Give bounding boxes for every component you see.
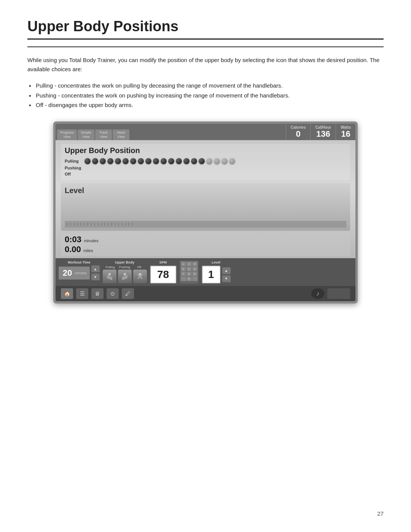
svg-point-3: [108, 273, 111, 275]
watts-stat: Watts 16: [336, 124, 355, 140]
home-button[interactable]: 🏠: [61, 288, 73, 299]
tick: [112, 223, 112, 226]
workout-time-value: 20: [62, 268, 73, 278]
ub-icon-buttons: [103, 270, 147, 283]
dot: [123, 158, 129, 164]
level-up[interactable]: [222, 267, 231, 274]
ub-pushing-sublabel: Pushing: [118, 265, 132, 269]
media-button[interactable]: ⊙: [107, 288, 119, 299]
key-blank-left: [181, 276, 186, 281]
tab-simple-view[interactable]: SimpleView: [78, 129, 94, 140]
dot: [176, 158, 182, 164]
bottom-controls: Workout Time 20 minutes Upper Body Pull: [56, 258, 355, 286]
tab-progress-view[interactable]: ProgressView: [57, 129, 77, 140]
key-9[interactable]: 9: [192, 272, 198, 276]
tick: [94, 223, 95, 226]
key-5[interactable]: 5: [186, 267, 192, 271]
ubp-pulling-label: Pulling: [65, 159, 84, 163]
dot: [92, 158, 98, 164]
dot: [84, 158, 91, 164]
tabs-area: ProgressView SimpleView TrackView HeartV…: [56, 124, 286, 140]
tick: [105, 223, 105, 226]
ub-pushing-button[interactable]: [118, 270, 132, 283]
nav-icons-left: 🏠 ☰ 🖥 ⊙ 🖊: [61, 288, 134, 299]
key-0[interactable]: 0: [186, 276, 192, 281]
key-6[interactable]: 6: [192, 267, 198, 271]
level-down[interactable]: [222, 275, 231, 282]
page-title: Upper Body Positions: [27, 18, 384, 40]
upper-body-position-section: Upper Body Position Pulling: [61, 144, 350, 180]
ub-off-button[interactable]: [133, 270, 147, 283]
dot: [145, 158, 151, 164]
pushing-icon: [121, 272, 129, 281]
tick: [84, 223, 84, 226]
workout-time-inner: 20 minutes: [59, 265, 100, 280]
workout-time-arrows: [91, 265, 100, 280]
bullet-pulling: Pulling - concentrates the work on pulli…: [27, 81, 384, 91]
music-button[interactable]: ♪: [311, 288, 324, 299]
workout-time-up[interactable]: [91, 265, 100, 272]
tick: [118, 223, 119, 226]
tick: [98, 223, 98, 226]
tab-heart-view[interactable]: HeartView: [113, 129, 129, 140]
spm-control: SPM 78: [150, 260, 177, 284]
screen-button[interactable]: 🖥: [91, 288, 104, 299]
level-title: Level: [65, 186, 346, 195]
level-label: Level: [212, 260, 220, 264]
dot-empty: [221, 158, 228, 164]
dot: [168, 158, 174, 164]
page-number: 27: [377, 510, 384, 517]
calories-stat: Calories 0: [286, 124, 310, 140]
tick: [67, 223, 67, 226]
tick: [74, 223, 74, 226]
distance-value: 0.00: [65, 244, 81, 254]
dot: [138, 158, 144, 164]
tick: [132, 223, 132, 226]
tick: [125, 223, 126, 226]
dot: [115, 158, 121, 164]
svg-point-7: [124, 273, 126, 275]
list-button[interactable]: ☰: [76, 288, 88, 299]
dot: [183, 158, 190, 164]
key-3[interactable]: 3: [192, 262, 198, 266]
svg-point-10: [139, 273, 141, 275]
bottom-nav: 🏠 ☰ 🖥 ⊙ 🖊 ♪: [56, 286, 355, 301]
upper-body-label: Upper Body: [115, 260, 134, 264]
key-7[interactable]: 7: [181, 272, 186, 276]
spm-display: 78: [150, 265, 177, 284]
time-unit: minutes: [84, 238, 99, 243]
cal-hour-label: Cal/Hour: [315, 125, 331, 129]
key-1[interactable]: 1: [181, 262, 186, 266]
tick: [115, 223, 115, 226]
ubp-title: Upper Body Position: [65, 146, 346, 155]
tab-track-view[interactable]: TrackView: [95, 129, 112, 140]
cal-hour-stat: Cal/Hour 136: [310, 124, 336, 140]
volume-slider[interactable]: [327, 288, 350, 299]
nav-icons-right: ♪: [311, 288, 350, 299]
ubp-off-label: Off: [65, 172, 84, 176]
workout-time-label: Workout Time: [68, 260, 91, 264]
workout-time-down[interactable]: [91, 273, 100, 280]
key-8[interactable]: 8: [186, 272, 192, 276]
ub-sub-labels: Pulling Pushing Off: [104, 265, 146, 269]
key-2[interactable]: 2: [186, 262, 192, 266]
dot: [107, 158, 113, 164]
usb-button[interactable]: 🖊: [122, 288, 134, 299]
timeline-bar: [65, 221, 346, 228]
calories-label: Calories: [291, 125, 306, 129]
calories-value: 0: [291, 129, 306, 139]
off-icon: [136, 272, 144, 281]
bullet-pushing: Pushing - concentrates the work on pushi…: [27, 91, 384, 101]
upper-body-control: Upper Body Pulling Pushing Off: [103, 260, 147, 284]
key-4[interactable]: 4: [181, 267, 186, 271]
main-content: Upper Body Position Pulling: [56, 140, 355, 259]
device-frame: ProgressView SimpleView TrackView HeartV…: [53, 121, 358, 304]
watts-label: Watts: [341, 125, 351, 129]
ub-pulling-button[interactable]: [103, 270, 116, 283]
tick: [91, 223, 91, 226]
level-content: [65, 197, 346, 228]
tick: [70, 223, 71, 226]
ubp-pushing-row: Pushing: [65, 166, 346, 170]
dot: [130, 158, 136, 164]
ubp-pulling-dots: [84, 158, 235, 164]
